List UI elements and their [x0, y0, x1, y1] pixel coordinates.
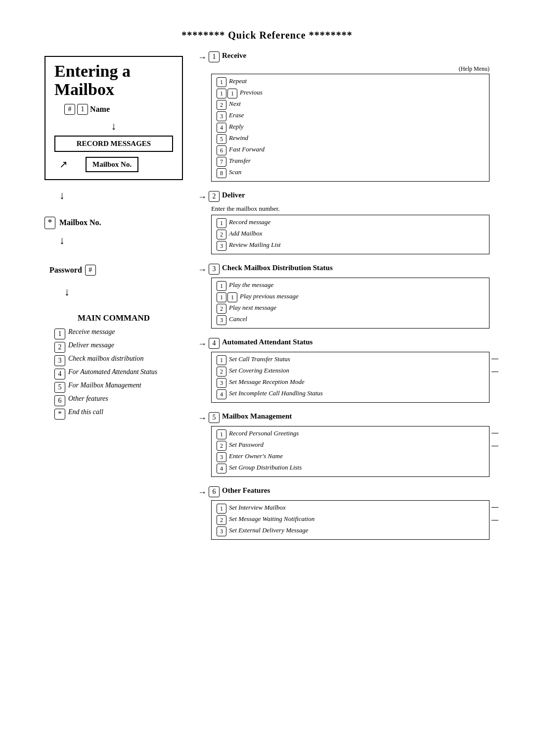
section-3-num: 3 — [209, 264, 220, 275]
cmd-key-6: 6 — [54, 395, 65, 406]
key: 2 — [217, 230, 226, 239]
list-item: 1 Set Interview Mailbox — [217, 504, 484, 514]
section-5-num: 5 — [209, 412, 220, 423]
item-label: Set Message Reception Mode — [229, 378, 305, 386]
arrow-down-2: ↓ — [59, 189, 183, 202]
list-item: 1 Repeat — [217, 77, 484, 87]
cmd-key-5: 5 — [54, 382, 65, 393]
section-6-list: 1 Set Interview Mailbox 2 Set Message Wa… — [211, 500, 490, 540]
right-line-4a — [491, 359, 498, 359]
section-2-title: Deliver — [222, 190, 245, 200]
item-label: Erase — [229, 111, 244, 119]
list-item: 3 Set Message Reception Mode — [217, 378, 484, 388]
list-item: 7 Transfer — [217, 157, 484, 167]
cmd-label-6: Other features — [68, 395, 108, 403]
section-3-title-row: 3 Check Mailbox Distribution Status — [209, 263, 333, 275]
arrow-to-section-4: → — [198, 339, 207, 349]
section-6-list-wrapper: 1 Set Interview Mailbox 2 Set Message Wa… — [198, 500, 490, 540]
item-label: Previous — [240, 89, 263, 96]
list-item: 4 Reply — [217, 123, 484, 133]
key: 1 — [217, 218, 226, 228]
list-item: 2 Deliver message — [54, 341, 183, 353]
section-1-receive: → 1 Receive (Help Menu) 1 Repeat 1 — [198, 51, 490, 182]
section-4-list: 1 Set Call Transfer Status 2 Set Coverin… — [211, 352, 490, 403]
key: 2 — [217, 441, 226, 451]
section-3-header-row: → 3 Check Mailbox Distribution Status — [198, 263, 490, 277]
main-command-title: MAIN COMMAND — [44, 313, 183, 323]
key: 3 — [217, 241, 226, 251]
one-key: 1 — [77, 104, 88, 115]
key: 2 — [217, 367, 226, 377]
list-item: 2 Play next message — [217, 304, 484, 314]
arrow-right-1: ↗ — [59, 158, 68, 170]
key: 1 — [217, 429, 226, 439]
hash-key-2: # — [85, 265, 96, 276]
list-item: 3 Review Mailing List — [217, 241, 484, 251]
key: 1 — [227, 89, 237, 98]
section-3-list: 1 Play the message 1 1 Play previous mes… — [211, 278, 490, 329]
cmd-key-3: 3 — [54, 355, 65, 366]
item-label: Set Covering Extension — [229, 367, 289, 375]
star-mailbox-row: * Mailbox No. — [44, 217, 183, 229]
item-label: Scan — [229, 168, 241, 176]
arrow-to-section-6: → — [198, 487, 207, 498]
list-item: 1 Record message — [217, 218, 484, 228]
section-5-list: 1 Record Personal Greetings 2 Set Passwo… — [211, 426, 490, 477]
key: 3 — [217, 315, 226, 325]
list-item: 3 Enter Owner's Name — [217, 452, 484, 462]
list-item: 2 Set Covering Extension — [217, 367, 484, 377]
item-label: Set Interview Mailbox — [229, 504, 286, 512]
item-label: Repeat — [229, 77, 247, 85]
help-menu-note: (Help Menu) — [198, 65, 490, 73]
key: 2 — [217, 100, 226, 110]
item-label: Play the message — [229, 281, 273, 289]
section-1-title-row: 1 Receive — [209, 51, 246, 62]
section-5-list-wrapper: 1 Record Personal Greetings 2 Set Passwo… — [198, 426, 490, 477]
arrow-down-4: ↓ — [64, 285, 183, 298]
right-line-6a — [491, 507, 498, 508]
section-1-title: Receive — [222, 51, 246, 61]
right-line-5a — [491, 433, 498, 433]
entering-mailbox-title: Entering a Mailbox — [54, 62, 173, 99]
item-label: Set Group Distribution Lists — [229, 464, 302, 472]
cmd-label-1: Receive message — [68, 328, 115, 336]
list-item: 3 Erase — [217, 111, 484, 121]
name-row: # 1 Name — [64, 104, 173, 115]
right-line-6b — [491, 520, 498, 520]
section-4-title-row: 4 Automated Attendant Status — [209, 337, 312, 349]
main-command-list: 1 Receive message 2 Deliver message 3 Ch… — [54, 328, 183, 420]
name-label: Name — [90, 105, 110, 114]
key-pair: 1 1 — [217, 292, 237, 302]
section-4-header-row: → 4 Automated Attendant Status — [198, 337, 490, 351]
section-5-title: Mailbox Management — [222, 412, 292, 422]
key: 4 — [217, 123, 226, 133]
section-5-title-row: 5 Mailbox Management — [209, 412, 292, 423]
list-item: 6 Other features — [54, 395, 183, 406]
section-2-title-row: 2 Deliver — [209, 190, 245, 202]
section-1-num: 1 — [209, 51, 220, 62]
arrow-to-section-2: → — [198, 192, 207, 202]
key: 3 — [217, 378, 226, 388]
section-2-header-row: → 2 Deliver — [198, 190, 490, 204]
password-label: Password — [49, 266, 82, 275]
key: 1 — [217, 89, 226, 98]
list-item: 2 Set Message Waiting Notification — [217, 515, 484, 525]
list-item: 1 1 Previous — [217, 89, 484, 98]
section-6-title-row: 6 Other Features — [209, 486, 270, 497]
section-2-list: 1 Record message 2 Add Mailbox 3 Review … — [211, 215, 490, 254]
right-line-4b — [491, 372, 498, 372]
section-6-num: 6 — [209, 486, 220, 497]
arrow-to-section-1: → — [198, 52, 207, 63]
section-4-num: 4 — [209, 338, 220, 349]
item-label: Record Personal Greetings — [229, 429, 299, 437]
section-5-mailbox: → 5 Mailbox Management 1 Record Personal… — [198, 412, 490, 477]
key: 3 — [217, 111, 226, 121]
cmd-label-2: Deliver message — [68, 341, 114, 349]
key-pair: 1 1 — [217, 89, 237, 98]
cmd-label-4: For Automated Attendant Status — [68, 368, 157, 376]
key: 1 — [227, 292, 237, 302]
star-key: * — [44, 217, 55, 229]
section-1-list: 1 Repeat 1 1 Previous 2 Next — [211, 74, 490, 182]
list-item: 5 Rewind — [217, 134, 484, 144]
item-label: Set Password — [229, 441, 264, 449]
